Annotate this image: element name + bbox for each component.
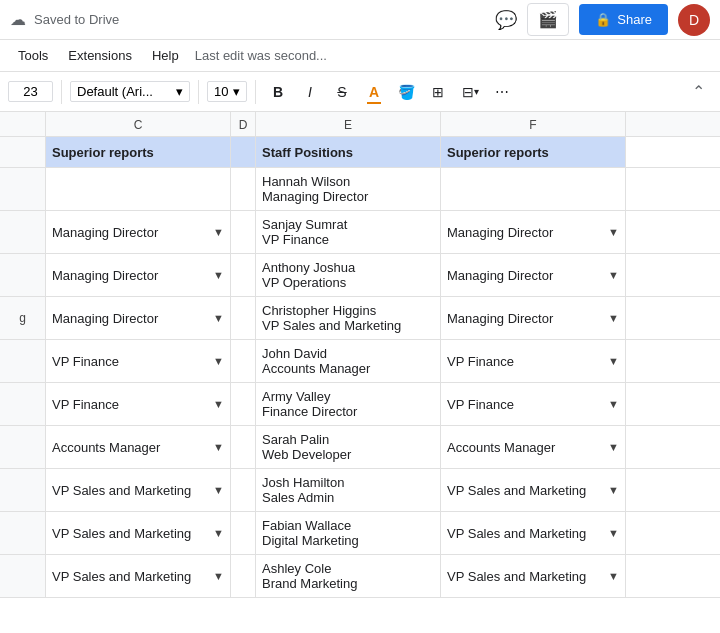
bold-button[interactable]: B [264,78,292,106]
last-edit-text[interactable]: Last edit was second... [195,48,327,63]
font-selector[interactable]: Default (Ari... ▾ [70,81,190,102]
table-row: gManaging Director▼Christopher HigginsVP… [0,297,720,340]
save-status: ☁ Saved to Drive [10,10,119,29]
menu-help[interactable]: Help [144,44,187,67]
dropdown-arrow: ▼ [608,484,619,496]
menu-tools[interactable]: Tools [10,44,56,67]
cell-f-0 [441,168,626,210]
dropdown-arrow: ▼ [213,441,224,453]
cell-e-9: Ashley ColeBrand Marketing [256,555,441,597]
cell-f-7[interactable]: VP Sales and Marketing▼ [441,469,626,511]
staff-name: Sanjay Sumrat [262,217,347,232]
font-size-selector[interactable]: 10 ▾ [207,81,247,102]
staff-name: Hannah Wilson [262,174,368,189]
expand-button[interactable]: ⌃ [684,78,712,106]
divider3 [255,80,256,104]
borders-button[interactable]: ⊞ [424,78,452,106]
dropdown-arrow: ▼ [608,398,619,410]
row-number [0,383,46,425]
cell-f-3[interactable]: Managing Director▼ [441,297,626,339]
dropdown-arrow: ▼ [213,570,224,582]
table-row: VP Finance▼John DavidAccounts ManagerVP … [0,340,720,383]
chevron-up-icon: ⌃ [692,82,705,101]
cell-c-0 [46,168,231,210]
cell-f-1[interactable]: Managing Director▼ [441,211,626,253]
header-c: Superior reports [46,137,231,167]
dropdown-arrow: ▼ [213,312,224,324]
cell-d-5 [231,383,256,425]
cell-e-3: Christopher HigginsVP Sales and Marketin… [256,297,441,339]
row-number [0,254,46,296]
dropdown-arrow: ▼ [608,570,619,582]
staff-role: Finance Director [262,404,357,419]
cloud-icon: ☁ [10,10,26,29]
cell-c-3[interactable]: Managing Director▼ [46,297,231,339]
more-options-button[interactable]: ⋯ [488,78,516,106]
staff-role: Web Developer [262,447,351,462]
dropdown-arrow: ▼ [213,484,224,496]
cell-d-6 [231,426,256,468]
cell-c-2[interactable]: Managing Director▼ [46,254,231,296]
lock-icon: 🔒 [595,12,611,27]
dropdown-arrow: ▼ [608,226,619,238]
cell-c-4[interactable]: VP Finance▼ [46,340,231,382]
share-button[interactable]: 🔒 Share [579,4,668,35]
divider2 [198,80,199,104]
col-header-c[interactable]: C [46,112,231,137]
cell-c-7[interactable]: VP Sales and Marketing▼ [46,469,231,511]
col-header-e[interactable]: E [256,112,441,137]
staff-role: Accounts Manager [262,361,370,376]
cell-f-8[interactable]: VP Sales and Marketing▼ [441,512,626,554]
staff-name: Fabian Wallace [262,518,359,533]
cell-f-4[interactable]: VP Finance▼ [441,340,626,382]
merge-button[interactable]: ⊟ ▾ [456,78,484,106]
table-row: VP Finance▼Army ValleyFinance DirectorVP… [0,383,720,426]
row-number [0,555,46,597]
col-header-d[interactable]: D [231,112,256,137]
row-num-header [0,112,46,136]
cell-reference[interactable]: 23 [8,81,53,102]
table-row: Managing Director▼Anthony JoshuaVP Opera… [0,254,720,297]
avatar[interactable]: D [678,4,710,36]
cell-f-9[interactable]: VP Sales and Marketing▼ [441,555,626,597]
cell-d-0 [231,168,256,210]
chat-icon[interactable]: 💬 [495,9,517,31]
staff-name: Ashley Cole [262,561,357,576]
cell-f-2[interactable]: Managing Director▼ [441,254,626,296]
cell-d-1 [231,211,256,253]
meet-button[interactable]: 🎬 [527,3,569,36]
cell-d-4 [231,340,256,382]
menu-extensions[interactable]: Extensions [60,44,140,67]
meet-icon: 🎬 [538,10,558,29]
cell-c-9[interactable]: VP Sales and Marketing▼ [46,555,231,597]
staff-role: VP Operations [262,275,355,290]
strikethrough-button[interactable]: S [328,78,356,106]
col-header-f[interactable]: F [441,112,626,137]
table-row: Hannah WilsonManaging Director [0,168,720,211]
cell-d-3 [231,297,256,339]
cell-d-2 [231,254,256,296]
cell-c-5[interactable]: VP Finance▼ [46,383,231,425]
header-f: Superior reports [441,137,626,167]
cell-c-1[interactable]: Managing Director▼ [46,211,231,253]
table-row: VP Sales and Marketing▼Fabian WallaceDig… [0,512,720,555]
more-icon: ⋯ [495,84,509,100]
underline-button[interactable]: A [360,78,388,106]
row-number [0,340,46,382]
data-rows: Hannah WilsonManaging DirectorManaging D… [0,168,720,598]
fill-color-button[interactable]: 🪣 [392,78,420,106]
staff-role: VP Finance [262,232,347,247]
italic-button[interactable]: I [296,78,324,106]
merge-icon: ⊟ [462,84,474,100]
header-d [231,137,256,167]
table-row: Accounts Manager▼Sarah PalinWeb Develope… [0,426,720,469]
dropdown-arrow: ▼ [608,312,619,324]
cell-f-6[interactable]: Accounts Manager▼ [441,426,626,468]
cell-f-5[interactable]: VP Finance▼ [441,383,626,425]
row-num-header-1 [0,137,46,167]
staff-role: Brand Marketing [262,576,357,591]
staff-name: John David [262,346,370,361]
column-headers: C D E F [0,112,720,137]
cell-c-6[interactable]: Accounts Manager▼ [46,426,231,468]
cell-c-8[interactable]: VP Sales and Marketing▼ [46,512,231,554]
